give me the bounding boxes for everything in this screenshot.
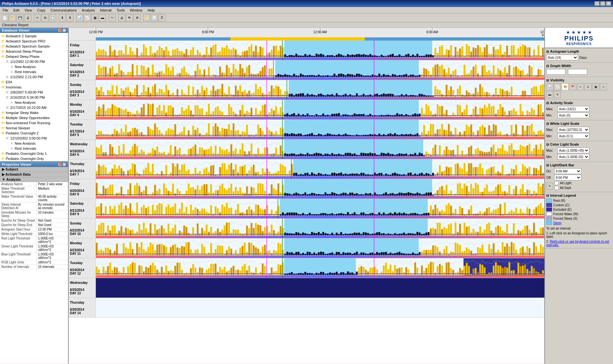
vis-color-icon[interactable]: 🎨 — [562, 83, 569, 90]
color-light-min-select[interactable]: Auto (1.000E-02) — [557, 154, 589, 160]
acto-chart-13[interactable] — [96, 298, 544, 317]
tb-print[interactable]: 🖨 — [24, 14, 31, 21]
tb-chart2[interactable]: 📈 — [84, 14, 91, 21]
tb-paste[interactable]: 📋 — [49, 14, 56, 21]
tree-item-9[interactable]: 📁E04 — [1, 80, 67, 85]
vis-light-icon[interactable]: ☀ — [554, 91, 561, 98]
graph-width-header[interactable]: Graph Width — [546, 64, 612, 68]
activity-min-select[interactable]: Auto (0) — [557, 112, 589, 118]
tree-item-13[interactable]: ANew Analysis — [1, 100, 67, 105]
tree-item-24[interactable]: 📁Pediatric Overnight Only — [1, 156, 67, 161]
acto-chart-4[interactable] — [96, 120, 544, 139]
tb-new[interactable]: 📄 — [1, 14, 8, 21]
activity-max-select[interactable]: Auto (1922) — [557, 106, 589, 112]
menu-view[interactable]: View — [23, 8, 34, 12]
menu-communications[interactable]: Communications — [49, 8, 78, 12]
tree-item-10[interactable]: 📁Insomniac — [1, 85, 67, 90]
acto-chart-9[interactable] — [96, 219, 544, 238]
acto-row-2[interactable]: Sunday6/15/2014DAY 3 — [69, 80, 544, 100]
tree-item-3[interactable]: 📁Advanced Sleep Phase — [1, 49, 67, 54]
acto-row-13[interactable]: Thursday6/26/2014DAY 14 — [69, 298, 544, 318]
prop-viewer-close[interactable]: ✕ — [62, 163, 66, 166]
acto-chart-10[interactable] — [96, 239, 544, 258]
vis-stats-icon[interactable]: Σ — [585, 83, 592, 90]
tb-print2[interactable]: 🖨 — [118, 14, 125, 21]
tree-item-17[interactable]: 📁Non-entrained Free Running — [1, 120, 67, 125]
vis-interval-icon[interactable]: ▬ — [546, 91, 553, 98]
light-dark-bar-header[interactable]: Light/Dark Bar — [546, 163, 612, 167]
tb-file3[interactable]: 🗒 — [158, 14, 165, 21]
actogram-container[interactable]: 12:00 PM8:00 PM12:00 AM6:00 AM12:00 PM F… — [69, 28, 544, 364]
tree-item-12[interactable]: 🗓2/16/2015 5:34:00 PM — [1, 95, 67, 100]
restore-button[interactable]: □ — [600, 1, 605, 6]
menu-interval[interactable]: Interval — [99, 8, 113, 12]
acto-row-11[interactable]: Tuesday6/24/2014DAY 12 — [69, 258, 544, 278]
acto-row-1[interactable]: Saturday6/14/2014DAY 2 — [69, 60, 544, 80]
tb-import[interactable]: ⬇ — [59, 14, 66, 21]
menu-copy[interactable]: Copy — [36, 8, 47, 12]
tree-item-21[interactable]: ANew Analysis — [1, 141, 67, 146]
white-light-scale-header[interactable]: White Light Scale — [546, 122, 612, 125]
acto-row-9[interactable]: Sunday6/22/2014DAY 10 — [69, 219, 544, 239]
acto-row-6[interactable]: Thursday6/19/2014DAY 7 — [69, 159, 544, 179]
prop-section-subject[interactable]: ▶ Subject — [0, 167, 68, 172]
database-tree[interactable]: 📁Actiwatch 2 Sample📁Actiwatch Spectrum P… — [0, 33, 68, 161]
all-dark-checkbox[interactable] — [555, 186, 559, 190]
tree-item-2[interactable]: 📁Actiwatch Spectrum Sample — [1, 44, 67, 49]
tb-file2[interactable]: 📃 — [151, 14, 158, 21]
tree-item-7[interactable]: ARest Intervals — [1, 69, 67, 74]
menu-analysis[interactable]: Analysis — [80, 8, 96, 12]
tree-item-8[interactable]: 🗓1/1/2002 2:21:00 PM — [1, 74, 67, 80]
db-viewer-pin[interactable]: 📌 — [58, 28, 62, 32]
tree-item-23[interactable]: 📁Pediatric Overnight Only 1 — [1, 151, 67, 156]
acto-row-0[interactable]: Friday6/13/2014DAY 1 — [69, 41, 544, 60]
white-light-max-select[interactable]: Auto (107302.0) — [557, 127, 589, 133]
tree-item-22[interactable]: ARest Intervals — [1, 146, 67, 151]
tree-item-11[interactable]: 🗓2/8/2007 5:49:00 PM — [1, 90, 67, 95]
light-off-select[interactable]: 8:00 PM — [554, 175, 581, 180]
interval-link[interactable]: Right-click or use keyboard controls to … — [546, 240, 609, 247]
acto-row-5[interactable]: Wednesday6/18/2014DAY 6 — [69, 140, 544, 159]
acto-chart-1[interactable] — [96, 60, 544, 80]
tree-item-14[interactable]: 🗓2/17/2015 10:22:00 AM — [1, 105, 67, 110]
legend-label-5[interactable]: Sleep — [553, 221, 562, 225]
tree-item-6[interactable]: ANew Analysis — [1, 64, 67, 69]
tb-open[interactable]: 📂 — [9, 14, 16, 21]
white-light-min-select[interactable]: Auto (0.1) — [557, 133, 589, 139]
acto-row-3[interactable]: Monday6/16/2014DAY 4 — [69, 100, 544, 120]
tb-save[interactable]: 💾 — [17, 14, 24, 21]
acto-chart-11[interactable] — [96, 258, 544, 278]
tree-item-20[interactable]: 🗓12/10/2002 3:00:00 PM — [1, 136, 67, 141]
vis-marker-icon[interactable]: ⊹ — [600, 83, 607, 90]
tb-wave[interactable]: 〜 — [109, 14, 116, 21]
actogram-length-header[interactable]: Actogram Length — [546, 49, 612, 53]
tb-file1[interactable]: 📁 — [143, 14, 150, 21]
color-light-max-select[interactable]: Auto (1.000E+05) — [557, 148, 589, 153]
vis-flag-icon[interactable]: 🚩 — [569, 83, 576, 90]
db-viewer-close[interactable]: ✕ — [62, 28, 66, 32]
tree-item-15[interactable]: 📁Irregular Sleep Wake — [1, 110, 67, 115]
prop-viewer-pin[interactable]: 📌 — [58, 163, 62, 166]
acto-chart-8[interactable] — [96, 199, 544, 218]
vis-wave-icon[interactable]: ≈ — [577, 83, 584, 90]
acto-chart-12[interactable] — [96, 278, 544, 298]
minimize-button[interactable]: _ — [594, 1, 600, 6]
interval-legend-header[interactable]: Interval Legend — [546, 193, 612, 197]
light-on-select[interactable]: 6:00 AM — [554, 168, 581, 174]
tree-item-5[interactable]: 🗓1/1/2002 12:00:00 PM — [1, 59, 67, 64]
acto-row-7[interactable]: Friday6/20/2014DAY 8 — [69, 179, 544, 199]
light-dark-edit-button[interactable]: ✎ — [546, 183, 553, 190]
tb-bar[interactable]: ▬ — [99, 14, 106, 21]
visibility-header[interactable]: Visibility — [546, 78, 612, 82]
menu-help[interactable]: Help — [146, 8, 156, 12]
acto-row-12[interactable]: Wednesday6/25/2014DAY 13 — [69, 278, 544, 298]
tree-item-19[interactable]: 📁Pediatric Overnight 2 — [1, 131, 67, 136]
tree-item-16[interactable]: 📁Multiple Sleep Opportunities — [1, 115, 67, 120]
close-button[interactable]: ✕ — [606, 1, 611, 6]
prop-section-analysis[interactable]: ▼ Analysis — [0, 177, 68, 182]
vis-line-icon[interactable]: 📈 — [554, 83, 561, 90]
vis-grid-icon[interactable]: ▦ — [592, 83, 599, 90]
acto-row-4[interactable]: Tuesday6/17/2014DAY 5 — [69, 120, 544, 140]
vis-bar-icon[interactable]: 📊 — [546, 83, 553, 90]
actogram-length-select[interactable]: Auto (14) 7 14 28 — [546, 55, 578, 60]
